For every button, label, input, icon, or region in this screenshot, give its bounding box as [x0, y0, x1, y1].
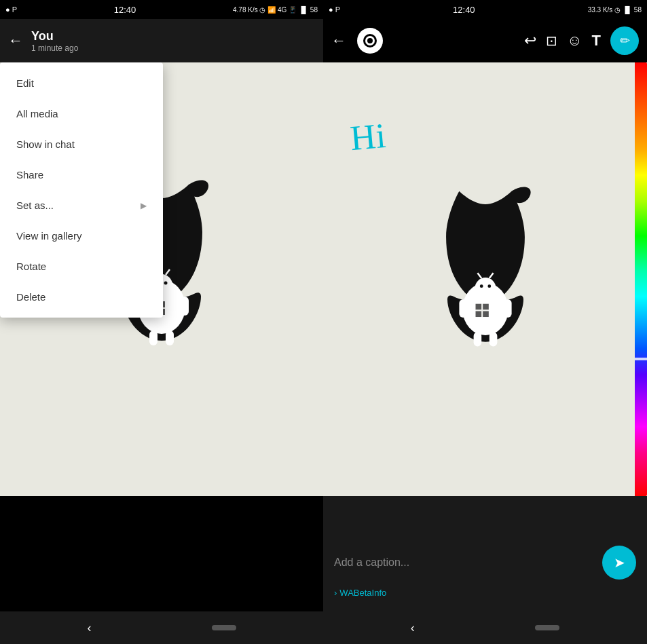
wa-beta-info[interactable]: › WABetaInfo: [334, 588, 636, 598]
left-status-p: P: [12, 5, 17, 14]
svg-rect-9: [166, 330, 174, 345]
wa-beta-label: WABetaInfo: [339, 588, 386, 598]
left-network-speed: 4.78 K/s ◷ 📶 4G 📱 ▐▌ 58: [233, 6, 318, 14]
context-menu-set-as[interactable]: Set as... ▶: [0, 190, 163, 221]
editor-image-area: Hi: [323, 62, 647, 496]
editor-tools-left: ←: [331, 28, 383, 54]
svg-rect-28: [489, 332, 497, 346]
color-indicator: [635, 358, 647, 360]
context-menu-show-in-chat-label: Show in chat: [16, 138, 75, 150]
left-status-right: 4.78 K/s ◷ 📶 4G 📱 ▐▌ 58: [233, 6, 318, 14]
send-icon: ➤: [614, 554, 625, 571]
svg-rect-29: [475, 303, 481, 309]
left-status-bar: ● P 12:40 4.78 K/s ◷ 📶 4G 📱 ▐▌ 58: [0, 0, 323, 19]
left-status-time: 12:40: [114, 5, 136, 15]
editor-tools-right: ↩ ⊡ ☺ T ✏: [524, 26, 639, 55]
crop-button[interactable]: ⊡: [546, 33, 557, 49]
context-menu-edit[interactable]: Edit: [0, 68, 163, 98]
svg-rect-30: [483, 303, 489, 309]
context-menu-all-media[interactable]: All media: [0, 98, 163, 129]
right-status-left: ● P: [329, 5, 340, 14]
svg-rect-8: [149, 330, 158, 345]
emoji-button[interactable]: ☺: [567, 32, 582, 50]
right-nav-bar: ‹: [323, 611, 647, 644]
left-image-area: Edit All media Show in chat Share Set as…: [0, 62, 323, 496]
svg-point-22: [487, 284, 491, 288]
left-status-dot: ●: [5, 5, 10, 14]
right-nav-handle: [535, 625, 559, 630]
right-status-right: 33.3 K/s ◷ ▐▌ 58: [588, 6, 642, 14]
right-panel: ● P 12:40 33.3 K/s ◷ ▐▌ 58 ← ↩ ⊡ ☺ T: [323, 0, 647, 644]
left-back-button[interactable]: ←: [8, 32, 23, 50]
left-status-left: ● P: [5, 5, 17, 14]
svg-point-18: [367, 38, 373, 43]
left-nav-back-icon[interactable]: ‹: [88, 621, 92, 635]
svg-rect-7: [181, 297, 189, 316]
context-menu-set-as-label: Set as...: [16, 200, 54, 211]
right-apple-android-logo: [397, 185, 574, 375]
right-nav-back-icon[interactable]: ‹: [411, 621, 415, 635]
undo-button[interactable]: ↩: [524, 32, 536, 50]
svg-rect-25: [459, 299, 467, 317]
color-picker-bar[interactable]: [635, 62, 647, 496]
right-status-bar: ● P 12:40 33.3 K/s ◷ ▐▌ 58: [323, 0, 647, 19]
caption-row: Add a caption... ➤: [334, 546, 636, 580]
left-nav-bar: ‹: [0, 611, 323, 644]
filter-circle-button[interactable]: [357, 28, 383, 54]
svg-rect-27: [473, 332, 481, 346]
context-menu: Edit All media Show in chat Share Set as…: [0, 62, 163, 318]
context-menu-share[interactable]: Share: [0, 159, 163, 190]
left-nav-handle: [212, 625, 236, 630]
editor-bottom: Add a caption... ➤ › WABetaInfo: [323, 496, 647, 611]
text-button[interactable]: T: [592, 32, 601, 50]
svg-rect-31: [475, 311, 481, 317]
context-menu-all-media-label: All media: [16, 108, 58, 119]
context-menu-view-in-gallery[interactable]: View in gallery: [0, 221, 163, 251]
context-menu-edit-label: Edit: [16, 77, 34, 89]
right-status-time: 12:40: [453, 5, 475, 15]
right-status-p: P: [335, 5, 340, 14]
svg-rect-26: [504, 299, 512, 317]
right-status-dot: ●: [329, 5, 333, 14]
left-panel: ● P 12:40 4.78 K/s ◷ 📶 4G 📱 ▐▌ 58 ← You …: [0, 0, 323, 644]
context-menu-show-in-chat[interactable]: Show in chat: [0, 129, 163, 159]
contact-info: You 1 minute ago: [31, 29, 78, 53]
editor-back-button[interactable]: ←: [331, 32, 346, 50]
svg-point-20: [475, 278, 496, 299]
editor-top-bar: ← ↩ ⊡ ☺ T ✏: [323, 19, 647, 62]
context-menu-view-in-gallery-label: View in gallery: [16, 230, 81, 242]
context-menu-rotate[interactable]: Rotate: [0, 251, 163, 282]
svg-point-21: [479, 284, 483, 288]
pencil-button[interactable]: ✏: [610, 26, 639, 55]
context-menu-delete[interactable]: Delete: [0, 282, 163, 312]
left-bottom-area: [0, 496, 323, 611]
hi-text-annotation: Hi: [349, 115, 388, 158]
contact-name: You: [31, 29, 78, 43]
filter-icon: [363, 33, 377, 48]
wa-beta-chevron-icon: ›: [334, 588, 337, 598]
caption-input[interactable]: Add a caption...: [334, 556, 409, 569]
contact-status: 1 minute ago: [31, 43, 78, 53]
context-menu-delete-label: Delete: [16, 291, 45, 303]
context-menu-rotate-label: Rotate: [16, 261, 46, 272]
pencil-icon: ✏: [620, 33, 630, 48]
svg-rect-32: [483, 311, 489, 317]
left-top-bar: ← You 1 minute ago: [0, 19, 323, 62]
context-menu-share-label: Share: [16, 169, 43, 181]
svg-rect-34: [475, 309, 488, 311]
right-network-speed: 33.3 K/s ◷ ▐▌ 58: [588, 6, 642, 14]
send-button[interactable]: ➤: [602, 546, 636, 580]
context-menu-set-as-arrow: ▶: [141, 201, 147, 210]
svg-point-3: [164, 281, 168, 284]
